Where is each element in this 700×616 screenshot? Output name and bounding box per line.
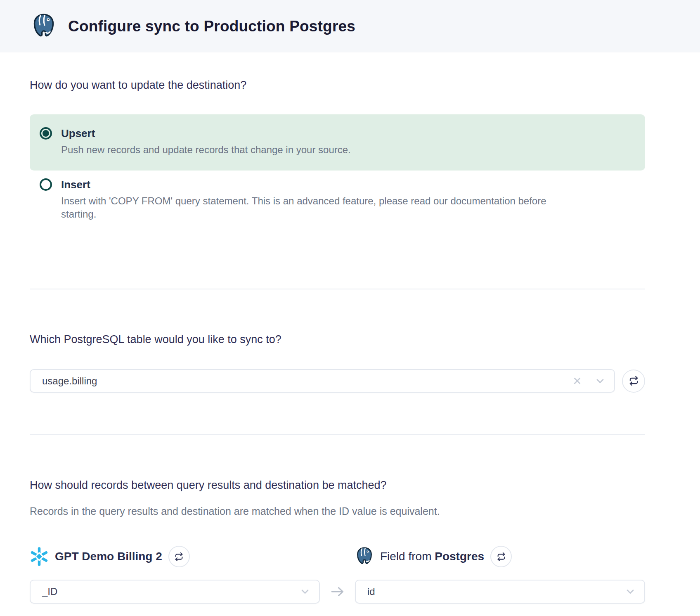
section-divider [30,289,645,289]
mapping-fields-row: _ID id [30,580,645,604]
clear-icon[interactable] [572,376,582,386]
chevron-down-icon[interactable] [300,587,310,597]
destination-field-select[interactable]: id [355,580,645,604]
snowflake-icon [30,547,49,566]
option-upsert[interactable]: Upsert Push new records and update recor… [30,114,645,171]
destination-label: Field from Postgres [380,550,484,563]
matching-subtitle: Records in the query results and destina… [30,505,645,518]
destination-field-value: id [367,586,625,597]
section-divider [30,434,645,435]
upsert-label: Upsert [61,127,351,140]
swap-destination-field-button[interactable] [490,546,512,567]
insert-radio[interactable] [40,178,52,191]
insert-label: Insert [61,178,573,191]
insert-option-text: Insert Insert with 'COPY FROM' query sta… [61,178,573,221]
repeat-icon [175,552,183,561]
upsert-description: Push new records and update records that… [61,143,351,156]
chevron-down-icon[interactable] [625,587,635,597]
refresh-tables-button[interactable] [622,370,645,393]
update-mode-heading: How do you want to update the destinatio… [30,78,645,92]
source-field-select[interactable]: _ID [30,580,320,604]
insert-description: Insert with 'COPY FROM' query statement.… [61,194,573,221]
sync-config-form: How do you want to update the destinatio… [0,78,700,604]
mapping-labels-row: GPT Demo Billing 2 Field from Postgres [30,545,645,568]
page-title: Configure sync to Production Postgres [68,18,355,35]
table-select-row: usage.billing [30,369,645,393]
postgres-icon [355,547,374,566]
swap-source-field-button[interactable] [168,546,190,567]
repeat-icon [497,552,506,561]
table-select-value: usage.billing [42,375,572,387]
source-label: GPT Demo Billing 2 [55,550,162,563]
destination-column-header: Field from Postgres [355,546,645,567]
source-column-header: GPT Demo Billing 2 [30,546,320,567]
chevron-down-icon[interactable] [595,376,605,386]
source-field-value: _ID [42,586,300,597]
repeat-icon [629,376,639,386]
upsert-radio[interactable] [40,127,52,140]
header: Configure sync to Production Postgres [0,0,700,52]
matching-heading: How should records between query results… [30,478,645,492]
postgres-icon [31,14,57,39]
table-select[interactable]: usage.billing [30,369,615,393]
option-insert[interactable]: Insert Insert with 'COPY FROM' query sta… [30,173,645,231]
upsert-option-text: Upsert Push new records and update recor… [61,127,351,156]
arrow-right-icon [330,585,345,598]
table-select-heading: Which PostgreSQL table would you like to… [30,332,645,346]
